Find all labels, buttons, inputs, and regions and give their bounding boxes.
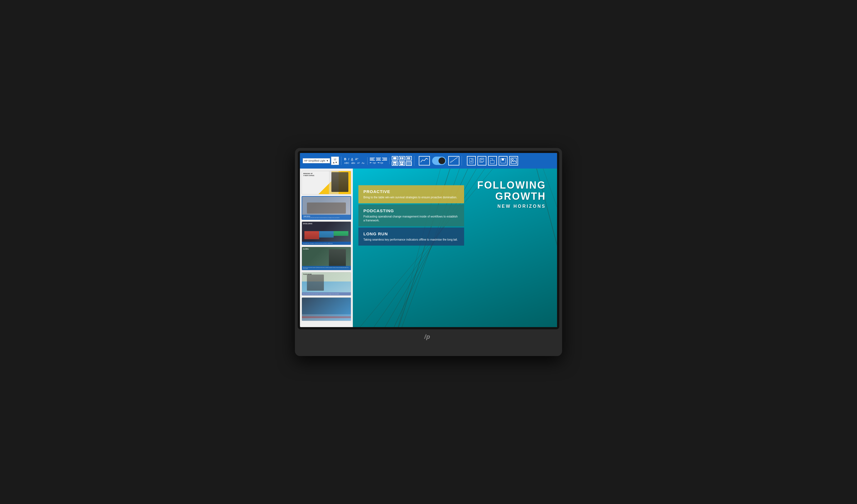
proactive-box: PROACTIVE Bring to the table win-win sur… [358,185,464,203]
svg-text:/p: /p [424,333,431,340]
font-size-selector[interactable]: 12 ▲▼ [331,157,339,165]
copy-doc-button[interactable] [477,156,486,166]
monitor-bezel: HP Simplified Light ▼ 12 ▲▼ B I A [298,151,559,329]
three-column-button[interactable] [406,156,412,160]
font-size-label: 12 [334,158,336,161]
trend-chart-button[interactable] [448,156,459,166]
font-dropdown-arrow[interactable]: ▼ [326,159,329,162]
slide-subtitle: NEW HORIZONS [477,204,546,209]
long-run-box: LONG RUN Taking seamless key performance… [358,227,464,246]
slide-5-desc-text: Ensure deliverables led by the team lead… [303,293,350,295]
underline-button[interactable]: A [351,157,354,161]
split-top-button[interactable] [392,161,398,166]
podcasting-title: PODCASTING [364,208,459,213]
align-center-button[interactable] [376,158,381,160]
one-column-button[interactable] [392,156,398,160]
layout-row-1 [392,156,412,160]
slide-4-desc-text: Efficiently foster proactive projects. Q… [303,267,350,269]
two-column-button[interactable] [399,156,405,160]
alignment-group: ⇤ Opt ⇥ Opt [370,158,389,164]
abc-lower-button[interactable]: abc [351,161,356,165]
layout-row-2 [392,161,412,166]
slide-3-label: EXCELLENCE [303,223,313,224]
proactive-text: Bring to the table win-win survival stra… [364,195,459,199]
slide-thumb-5[interactable]: TEAM WORK Ensure deliverables led by the… [302,272,351,296]
new-doc-button[interactable] [467,156,476,166]
slide-thumb-4[interactable]: GLOBAL Efficiently foster proactive proj… [302,247,351,271]
abc-upper-button[interactable]: ABC [343,161,350,165]
content-boxes-area: PROACTIVE Bring to the table win-win sur… [358,185,464,321]
bold-button[interactable]: B [343,157,347,161]
indent-increase-button[interactable]: ⇥ Opt [377,161,383,164]
caps-button[interactable]: A* [354,157,359,161]
slide-4-label-bar: Efficiently foster proactive projects. Q… [302,266,351,270]
slide-5-label: TEAM WORK [303,274,312,275]
split-bottom-button[interactable] [399,161,405,166]
long-run-text: Taking seamless key performance indicato… [364,238,459,242]
proactive-title: PROACTIVE [364,189,459,194]
svg-point-3 [512,159,514,160]
image-button[interactable] [509,156,518,166]
slide-2-title-text: TEAM WORK [303,215,350,217]
slide-title-line2: GROWTH [477,191,546,202]
slide-title-area: FOLLOWING GROWTH NEW HORIZONS [477,180,546,209]
slide-6-content [302,298,351,321]
text-format-group: B I A A* ABC abc A² A₂ [343,157,368,165]
screen: HP Simplified Light ▼ 12 ▲▼ B I A [300,153,557,327]
full-layout-button[interactable] [406,161,412,166]
slide-2-content: TEAM WORK Ensure deliverables led by the… [302,197,351,219]
content-area: BRINGING UPA NEW CHANGE TEAM WORK [300,169,557,327]
indent-row: ⇤ Opt ⇥ Opt [370,161,387,164]
column-layout-group [392,156,414,166]
align-row-1 [370,158,387,160]
italic-button[interactable]: I [348,157,350,161]
slide-3-content: EXCELLENCE Intrinsically liaison. Synerg… [302,222,351,245]
slide-4-content: GLOBAL Efficiently foster proactive proj… [302,247,351,270]
slide-3-desc-text: Intrinsically liaison. Synergize e-comme… [303,243,350,244]
slide-3-label-bar: Intrinsically liaison. Synergize e-comme… [302,242,351,245]
svg-line-1 [451,157,457,163]
long-run-title: LONG RUN [364,231,459,236]
toggle-switch[interactable] [432,157,446,165]
document-icons-group [464,156,520,166]
slide-1-label: BRINGING UPA NEW CHANGE [303,173,315,176]
open-doc-button[interactable] [488,156,497,166]
monitor-stand-logo: /p [298,330,559,342]
main-slide: FOLLOWING GROWTH NEW HORIZONS PROACTIVE … [353,169,557,327]
slide-thumb-2[interactable]: TEAM WORK Ensure deliverables led by the… [302,196,351,220]
podcasting-box: PODCASTING Podcasting operational change… [358,205,464,226]
chart-icons-group [417,156,462,166]
align-right-button[interactable] [382,158,387,160]
slide-thumb-3[interactable]: EXCELLENCE Intrinsically liaison. Synerg… [302,221,351,245]
hp-brand-logo: /p [423,332,434,342]
format-row-1: B I A A* [343,157,365,161]
line-chart-button[interactable] [419,156,430,166]
slide-thumb-1[interactable]: BRINGING UPA NEW CHANGE [302,171,351,194]
format-buttons: B I A A* ABC abc A² A₂ [343,157,365,165]
slide-title-line1: FOLLOWING [477,180,546,191]
monitor: HP Simplified Light ▼ 12 ▲▼ B I A [295,148,562,356]
align-left-button[interactable] [370,158,375,160]
slide-5-label-bar: Ensure deliverables led by the team lead… [302,292,351,295]
svg-rect-2 [511,158,517,163]
slide-4-label: GLOBAL [303,248,309,250]
indent-decrease-button[interactable]: ⇤ Opt [370,161,376,164]
font-name-label: HP Simplified Light [304,159,325,162]
podcasting-text: Podcasting operational change management… [364,215,459,223]
superscript-button[interactable]: A² [357,161,360,165]
toolbar: HP Simplified Light ▼ 12 ▲▼ B I A [300,153,557,169]
subscript-button[interactable]: A₂ [361,161,365,165]
slide-1-content: BRINGING UPA NEW CHANGE [302,171,351,194]
format-row-2: ABC abc A² A₂ [343,161,365,165]
font-size-arrows[interactable]: ▲▼ [333,161,337,164]
slide-2-label-bar: TEAM WORK Ensure deliverables led by the… [302,215,351,219]
font-selector-group: HP Simplified Light ▼ 12 ▲▼ [303,157,341,165]
slide-thumb-6[interactable] [302,297,351,321]
slide-background: FOLLOWING GROWTH NEW HORIZONS PROACTIVE … [353,169,557,327]
font-name-selector[interactable]: HP Simplified Light ▼ [303,158,330,163]
save-doc-button[interactable] [499,156,507,166]
slide-2-desc-text: Ensure deliverables led by the team lead… [303,217,350,218]
slide-5-content: TEAM WORK Ensure deliverables led by the… [302,272,351,295]
svg-line-0 [450,158,458,162]
slide-panel[interactable]: BRINGING UPA NEW CHANGE TEAM WORK [300,169,353,327]
